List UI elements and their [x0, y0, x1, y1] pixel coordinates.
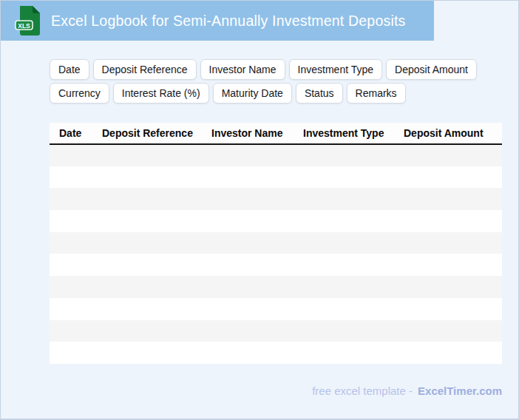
table-cell — [202, 298, 294, 320]
table-cell — [492, 144, 502, 166]
table-cell — [394, 210, 492, 232]
table-cell — [294, 276, 394, 298]
xls-badge-label: XLS — [18, 22, 30, 30]
table-cell — [294, 320, 394, 342]
field-chip[interactable]: Maturity Date — [213, 83, 292, 104]
table-cell — [92, 232, 202, 254]
table-cell — [50, 342, 92, 364]
field-chip[interactable]: Remarks — [347, 83, 406, 104]
table-row — [50, 342, 502, 364]
table-cell — [492, 342, 502, 364]
table-cell — [294, 188, 394, 210]
table-cell — [202, 276, 294, 298]
page-title: Excel Logbook for Semi-Annually Investme… — [51, 13, 406, 30]
table-cell — [294, 144, 394, 166]
table-cell — [50, 320, 92, 342]
field-chip[interactable]: Date — [50, 59, 89, 80]
table-cell — [492, 254, 502, 276]
table-cell — [92, 254, 202, 276]
table-cell — [394, 188, 492, 210]
table-cell — [294, 298, 394, 320]
table-row — [50, 320, 502, 342]
column-header: Deposit Amount — [394, 123, 492, 144]
table-row — [50, 254, 502, 276]
table-cell — [394, 276, 492, 298]
table-row — [50, 232, 502, 254]
table-cell — [202, 166, 294, 189]
table-row — [50, 210, 502, 232]
table-cell — [92, 210, 202, 232]
table-body — [50, 144, 502, 364]
field-chip[interactable]: Investment Type — [289, 59, 382, 80]
field-chips: DateDeposit ReferenceInvestor NameInvest… — [50, 59, 493, 104]
table-cell — [92, 144, 202, 166]
table-cell — [294, 210, 394, 232]
table-row — [50, 276, 502, 298]
table-header-row: DateDeposit ReferenceInvestor NameInvest… — [50, 123, 502, 144]
table-cell — [50, 188, 92, 210]
table-cell — [394, 166, 492, 189]
table-cell — [492, 320, 502, 342]
footer-text: free excel template - — [312, 385, 413, 397]
table-cell — [202, 320, 294, 342]
table-cell — [492, 166, 502, 189]
table-cell — [394, 254, 492, 276]
table-cell — [50, 254, 92, 276]
column-header: Investment Type — [294, 123, 394, 144]
column-header: Date — [50, 123, 92, 144]
table-cell — [394, 342, 492, 364]
xls-file-icon: XLS — [15, 5, 41, 36]
table-cell — [492, 188, 502, 210]
table-cell — [294, 166, 394, 189]
table-cell — [92, 166, 202, 189]
logbook-table-container: DateDeposit ReferenceInvestor NameInvest… — [50, 123, 502, 365]
table-cell — [50, 276, 92, 298]
column-header: Currency — [492, 123, 502, 144]
table-cell — [294, 232, 394, 254]
field-chip[interactable]: Investor Name — [200, 59, 285, 80]
table-cell — [50, 232, 92, 254]
field-chip[interactable]: Currency — [50, 83, 109, 104]
table-cell — [294, 342, 394, 364]
table-cell — [294, 254, 394, 276]
table-cell — [492, 210, 502, 232]
table-row — [50, 298, 502, 320]
table-cell — [92, 342, 202, 364]
field-chip[interactable]: Deposit Reference — [93, 59, 197, 80]
table-cell — [202, 254, 294, 276]
column-header: Deposit Reference — [92, 123, 202, 144]
table-cell — [492, 276, 502, 298]
page: XLS Excel Logbook for Semi-Annually Inve… — [0, 0, 519, 420]
table-cell — [492, 298, 502, 320]
table-cell — [492, 232, 502, 254]
table-cell — [394, 232, 492, 254]
table-cell — [202, 144, 294, 166]
table-cell — [50, 298, 92, 320]
table-cell — [202, 342, 294, 364]
table-cell — [50, 144, 92, 166]
logbook-table: DateDeposit ReferenceInvestor NameInvest… — [50, 123, 502, 364]
table-cell — [92, 276, 202, 298]
table-cell — [394, 144, 492, 166]
table-cell — [202, 232, 294, 254]
table-row — [50, 188, 502, 210]
table-cell — [202, 210, 294, 232]
table-cell — [394, 298, 492, 320]
field-chip[interactable]: Deposit Amount — [386, 59, 477, 80]
footer-credit: free excel template -ExcelTimer.com — [312, 385, 502, 397]
table-cell — [394, 320, 492, 342]
table-cell — [92, 188, 202, 210]
field-chip[interactable]: Status — [296, 83, 343, 104]
table-cell — [50, 210, 92, 232]
table-row — [50, 144, 502, 166]
field-chip[interactable]: Interest Rate (%) — [113, 83, 209, 104]
table-cell — [50, 166, 92, 189]
table-cell — [92, 298, 202, 320]
footer-brand-link[interactable]: ExcelTimer.com — [418, 385, 502, 397]
table-cell — [92, 320, 202, 342]
header-bar: XLS Excel Logbook for Semi-Annually Inve… — [1, 1, 434, 41]
table-cell — [202, 188, 294, 210]
table-row — [50, 166, 502, 189]
column-header: Investor Name — [202, 123, 294, 144]
